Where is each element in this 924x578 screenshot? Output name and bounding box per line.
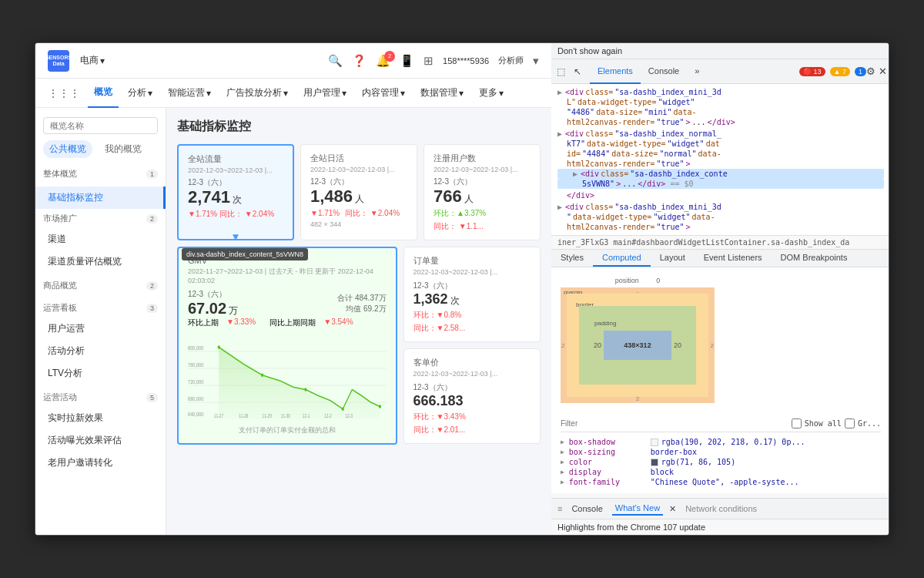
nav-item-data[interactable]: 数据管理 ▾ (414, 79, 470, 108)
tree-line-2: ▶ <div class= "sa-dashb_index_normal_ (557, 129, 884, 139)
nav-store[interactable]: 电商 ▾ (80, 54, 105, 67)
sidebar-section-header-marketing[interactable]: 市场推广 2 (35, 209, 166, 228)
nav-item-smart-ops[interactable]: 智能运营 ▾ (162, 79, 217, 108)
sidebar-item-channel-quality[interactable]: 渠道质量评估概览 (35, 250, 166, 273)
metric-unit-reg: 人 (464, 193, 474, 206)
metric-value-dau: 1,486 (310, 187, 353, 206)
padding-right-value: 20 (674, 341, 681, 349)
tree-line-4c: html2canvas-render= "true" > (557, 222, 884, 232)
svg-text:11-30: 11-30 (281, 413, 290, 418)
device-icon[interactable]: 📱 (400, 54, 414, 68)
box-border: border padding 14 14 20 20 (567, 294, 708, 397)
network-conditions-label[interactable]: Network conditions (685, 504, 757, 513)
search-icon[interactable]: 🔍 (328, 54, 343, 68)
metric-unit-traffic: 次 (233, 193, 242, 207)
main-nav: ⋮⋮⋮ 概览 分析 ▾ 智能运营 ▾ 广告投放分析 ▾ 用户管理 (35, 79, 551, 108)
nav-item-analysis[interactable]: 分析 ▾ (122, 79, 159, 108)
devtools-settings-icon[interactable]: ⚙ (866, 66, 875, 77)
whats-new-tab[interactable]: What's New (612, 502, 663, 516)
nav-item-ads[interactable]: 广告投放分析 ▾ (220, 79, 294, 108)
sidebar-item-activity-analysis[interactable]: 活动分析 (35, 340, 166, 362)
content-dropdown-icon: ▾ (400, 88, 405, 99)
notification-icon[interactable]: 🔔 2 (376, 54, 390, 68)
chart-period-atv: 12-3（六） (413, 382, 531, 393)
whats-new-bar: Highlights from the Chrome 107 update (551, 519, 889, 535)
sidebar-item-ltv[interactable]: LTV分析 (35, 362, 166, 385)
devtools-close-icon[interactable]: ✕ (879, 66, 887, 77)
apps-grid-icon[interactable]: ⋮⋮⋮ (48, 87, 80, 99)
devtools-cursor-icon[interactable]: ↖ (571, 66, 584, 78)
css-filter-input[interactable] (561, 419, 658, 428)
sidebar-section-header-overall[interactable]: 整体概览 1 (35, 164, 166, 183)
svg-point-9 (218, 345, 220, 348)
color-swatch-shadow[interactable] (651, 439, 658, 446)
group-checkbox[interactable] (845, 418, 855, 428)
nav-item-overview[interactable]: 概览 (88, 79, 119, 108)
more-dropdown-icon: ▾ (499, 88, 504, 99)
sidebar-tab-public[interactable]: 公共概览 (43, 140, 92, 158)
chart-card-orders: 订单量 2022-12-03~2022-12-03 |... 12-3（六） 1… (403, 247, 541, 342)
metric-date-dau: 2022-12-03~2022-12-03 |... (310, 166, 407, 173)
sidebar-item-realtime-acquisition[interactable]: 实时拉新效果 (35, 407, 166, 429)
metric-card-traffic: 全站流量 2022-12-03~2022-12-03 |... 12-3（六） … (177, 144, 294, 240)
sub-tab-styles[interactable]: Styles (551, 250, 593, 267)
sidebar-section-header-ops-board[interactable]: 运营看板 3 (35, 298, 166, 318)
sub-tab-computed[interactable]: Computed (593, 250, 651, 267)
console-tab-label[interactable]: Console (568, 502, 605, 515)
nav-item-content[interactable]: 内容管理 ▾ (356, 79, 411, 108)
chart-change2-atv: 同比：▼2.01... (413, 425, 531, 435)
store-dropdown-icon[interactable]: ▾ (100, 55, 105, 66)
content-area: 公共概览 我的概览 整体概览 1 基础指标监控 (35, 108, 551, 535)
sub-tab-dom-breakpoints[interactable]: DOM Breakpoints (772, 250, 857, 267)
devtools-tab-elements[interactable]: Elements (590, 59, 641, 84)
main-content: 基础指标监控 全站流量 2022-12-03~2022-12-03 |... 1… (166, 108, 551, 535)
error-badge: 🔴 13 (799, 67, 825, 76)
user-dropdown-icon[interactable]: ▾ (533, 54, 539, 68)
ads-dropdown-icon: ▾ (283, 88, 288, 99)
show-all-checkbox[interactable] (792, 418, 802, 428)
chart-value-orders: 1,362 (413, 291, 448, 307)
svg-text:11-29: 11-29 (263, 413, 272, 418)
sidebar-section-header-products[interactable]: 商品概览 2 (35, 276, 166, 295)
sidebar-item-activity-exposure[interactable]: 活动曝光效果评估 (35, 429, 166, 452)
chart-card-atv: 客单价 2022-12-03~2022-12-03 |... 12-3（六） 6… (403, 348, 541, 444)
devtools-status: 🔴 13 ▲ 7 1 (799, 67, 866, 76)
sidebar-item-basic-metrics[interactable]: 基础指标监控 (35, 187, 166, 209)
sidebar-search-input[interactable] (43, 117, 158, 134)
metric-change-dau: ▼1.71% 同比： ▼2.04% (310, 208, 407, 219)
store-name: 电商 (80, 54, 99, 67)
nav-item-more[interactable]: 更多 ▾ (473, 79, 510, 108)
logo-text-line1: SENSORS (45, 55, 72, 61)
sidebar-section-header-campaigns[interactable]: 运营活动 5 (35, 388, 166, 407)
sidebar-tab-mine[interactable]: 我的概览 (99, 140, 148, 158)
users-dropdown-icon: ▾ (342, 88, 346, 99)
box-model-area: position 0 margin - 2 2 2 (551, 267, 889, 412)
metric-unit-dau: 人 (355, 193, 364, 206)
devtools-dont-show[interactable]: Don't show again (557, 46, 622, 55)
nav-item-users[interactable]: 用户管理 ▾ (297, 79, 353, 108)
user-role: 分析师 (498, 55, 524, 66)
sidebar-item-channel[interactable]: 渠道 (35, 228, 166, 250)
grid-icon[interactable]: ⊞ (424, 54, 434, 68)
console-bar: ≡ Console What's New ✕ Network condition… (551, 498, 889, 519)
devtools-inspect-icon[interactable]: ⬚ (554, 66, 567, 78)
sub-tab-events[interactable]: Event Listeners (695, 250, 772, 267)
tree-line-selected[interactable]: ▶ <div class= "sa-dashb_index_conte (557, 169, 884, 179)
color-swatch-color[interactable] (651, 459, 658, 466)
whats-new-text: Highlights from the Chrome 107 update (557, 523, 705, 532)
devtools-tab-console[interactable]: Console (641, 59, 687, 84)
analysis-dropdown-icon: ▾ (148, 88, 152, 99)
devtools-tab-more[interactable]: » (687, 59, 707, 84)
sub-tab-layout[interactable]: Layout (651, 250, 695, 267)
css-prop-color: ▶ color rgb(71, 86, 105) (561, 457, 881, 467)
chart-period-gmv: 12-3（六） (188, 289, 238, 300)
sidebar-item-old-user-referral[interactable]: 老用户邀请转化 (35, 452, 166, 474)
sidebar-item-user-ops[interactable]: 用户运营 (35, 318, 166, 340)
metric-card-registrations: 注册用户数 2022-12-03~2022-12-03 |... 12-3（六）… (424, 144, 541, 240)
console-close-btn[interactable]: ✕ (669, 504, 676, 514)
box-content: 438×312 (604, 331, 671, 360)
svg-point-12 (342, 408, 344, 411)
tree-line-1c: "4486" data-size= "mini" data- (557, 107, 884, 117)
question-icon[interactable]: ❓ (352, 54, 367, 68)
chart-footer-gmv: 支付订单的订单实付金额的总和 (188, 425, 387, 435)
